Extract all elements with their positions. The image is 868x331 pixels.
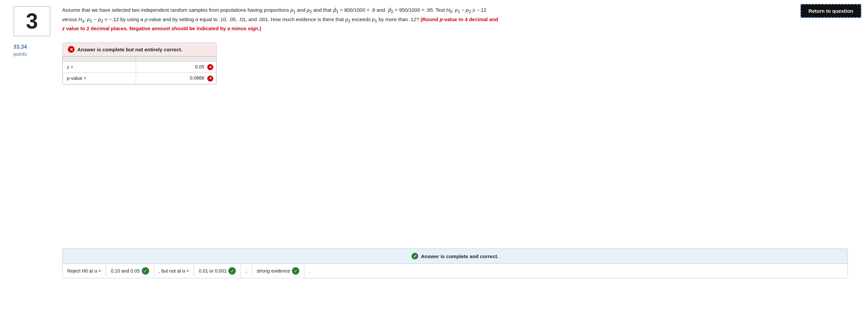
table-row: z = 0.05 ✕ [63, 62, 216, 73]
col2-header [136, 57, 216, 62]
reject-label-cell: Reject H0 at α = [62, 265, 106, 277]
z-label: z = [63, 62, 136, 73]
val1-text: 0.10 and 0.05 [111, 268, 140, 274]
z-wrong-icon: ✕ [207, 64, 213, 70]
col1-header [63, 57, 136, 62]
points-value: 33.34 [13, 44, 27, 51]
question-number: 3 [13, 6, 51, 36]
connector-text: , but not at α = [159, 268, 189, 274]
val2-cell: 0.01 or 0.001 ✓ [194, 264, 241, 278]
answer-complete-header: ✓ Answer is complete and correct. [62, 249, 847, 264]
period-cell: . [304, 265, 315, 277]
val3-text: strong evidence [257, 268, 290, 274]
answer-wrong-label: Answer is complete but not entirely corr… [77, 47, 182, 53]
bold-red-text: (Round p-value to 4 decimal and z value … [62, 16, 498, 32]
reject-label: Reject H0 at α = [67, 268, 101, 274]
val3-cell: strong evidence ✓ [252, 264, 304, 278]
answer-table: z = 0.05 ✕ p-value = 0.0668 ✕ [62, 56, 216, 84]
z-value: 0.05 ✕ [136, 62, 216, 73]
answer-complete-box: ✓ Answer is complete and correct. Reject… [62, 249, 848, 278]
check-circle-icon: ✓ [411, 253, 418, 260]
points-block: 33.34 points [13, 44, 27, 57]
table-row: p-value = 0.0668 ✕ [63, 73, 216, 84]
connector-cell: , but not at α = [154, 265, 194, 277]
semicolon-text: ; [246, 268, 247, 274]
question-text: Assume that we have selected two indepen… [62, 6, 499, 33]
val2-text: 0.01 or 0.001 [199, 268, 227, 274]
bottom-row: Reject H0 at α = 0.10 and 0.05 ✓ , but n… [62, 264, 847, 278]
val1-cell: 0.10 and 0.05 ✓ [106, 264, 154, 278]
pvalue-label: p-value = [63, 73, 136, 84]
bottom-section: ✓ Answer is complete and correct. Reject… [62, 249, 848, 278]
val2-check-icon: ✓ [228, 267, 236, 275]
points-label: points [13, 51, 27, 57]
answer-wrong-box: ✕ Answer is complete but not entirely co… [62, 42, 217, 85]
val3-check-icon: ✓ [292, 267, 299, 275]
answer-correct-label: Answer is complete and correct. [421, 254, 498, 259]
answer-wrong-header: ✕ Answer is complete but not entirely co… [62, 43, 216, 56]
pvalue-wrong-icon: ✕ [207, 75, 213, 81]
x-circle-icon: ✕ [68, 46, 74, 53]
semicolon-cell: ; [241, 265, 252, 277]
pvalue-value: 0.0668 ✕ [136, 73, 216, 84]
q-text-p1: Assume that we have selected two indepen… [62, 7, 498, 31]
main-content: Assume that we have selected two indepen… [62, 6, 848, 85]
period-text: . [309, 268, 310, 274]
val1-check-icon: ✓ [142, 267, 149, 275]
